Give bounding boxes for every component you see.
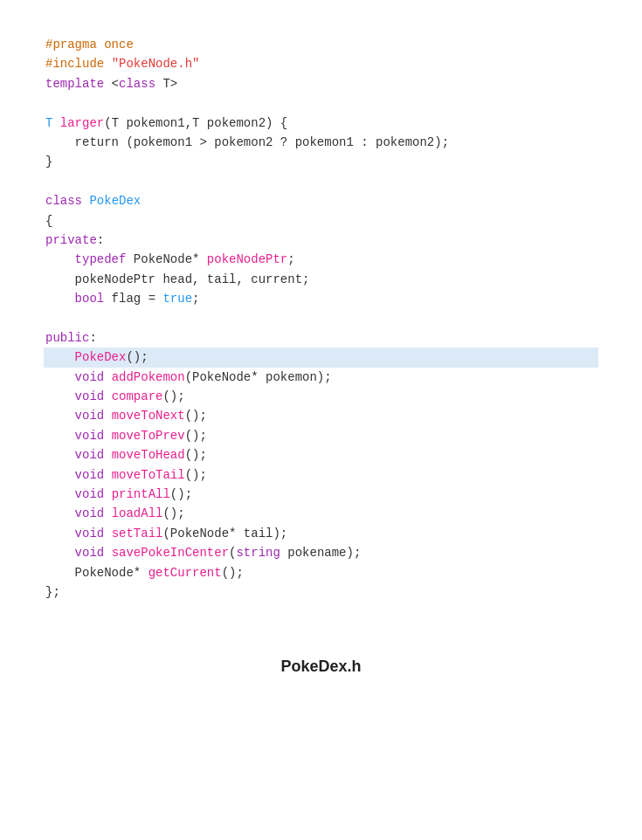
code-token [45,350,75,364]
code-container: #pragma once#include "PokeNode.h"templat… [0,0,642,619]
code-token: PokeNode* [45,566,148,580]
code-line: class PokeDex [44,191,598,210]
code-token: pokeNodePtr [207,252,287,266]
code-token [45,527,75,540]
code-token [104,506,111,520]
code-token: return (pokemon1 > pokemon2 ? pokemon1 :… [45,135,449,149]
code-token: (); [126,350,148,364]
code-token: } [45,155,52,169]
code-token: addPokemon [112,370,185,384]
code-token: void [75,409,105,423]
code-token: void [75,429,105,443]
code-token: void [75,389,105,403]
code-token [45,468,75,482]
file-title: PokeDex.h [0,654,642,697]
code-line: return (pokemon1 > pokemon2 ? pokemon1 :… [44,133,598,152]
code-line: void setTail(PokeNode* tail); [44,524,598,543]
code-line: pokeNodePtr head, tail, current; [44,270,598,289]
code-token: void [75,468,105,482]
code-token: void [75,546,105,560]
code-token: (); [162,389,184,403]
code-line: }; [44,582,598,602]
code-token [104,468,111,482]
code-line-empty [44,308,598,327]
code-token [45,506,75,520]
code-line: } [44,152,598,171]
code-line: { [44,211,598,231]
code-token: moveToHead [112,448,185,462]
code-line: void moveToPrev(); [44,426,598,445]
code-token: bool [75,292,105,306]
code-token: setTail [112,527,163,540]
code-token: { [45,214,52,228]
code-line: T larger(T pokemon1,T pokemon2) { [44,114,598,133]
code-token: class [119,77,155,91]
code-token: (); [170,487,192,501]
code-token: getCurrent [148,566,222,580]
code-token: pokename); [280,546,361,560]
code-token: (T pokemon1,T pokemon2) { [104,116,287,130]
code-token: ; [192,292,199,306]
code-token: class [45,194,82,208]
code-token: printAll [112,487,170,501]
code-line: template <class T> [44,74,598,93]
code-token [104,409,111,423]
code-token [45,448,75,462]
code-token: : [89,331,96,345]
code-token: savePokeInCenter [112,546,229,560]
code-token [45,429,75,443]
code-token [104,448,111,462]
code-token: PokeNode* [126,252,206,266]
code-token: ; [287,252,294,266]
code-line: void addPokemon(PokeNode* pokemon); [44,368,598,387]
code-token [52,116,59,130]
code-token: (); [185,468,207,482]
code-token: (); [185,429,207,443]
code-line: PokeNode* getCurrent(); [44,563,598,582]
code-token: public [45,331,89,345]
code-token: moveToNext [112,409,185,423]
code-token [45,252,75,266]
code-line: typedef PokeNode* pokeNodePtr; [44,250,598,269]
code-token: #pragma once [45,38,134,52]
code-token: : [97,233,104,247]
code-token: PokeDex [75,350,127,364]
code-token: void [75,370,105,384]
code-line-empty [44,93,598,113]
code-token: void [75,448,105,462]
code-token: (); [222,566,244,580]
code-token: (PokeNode* tail); [162,527,287,540]
code-token: true [162,292,192,306]
code-token [104,389,111,403]
code-token: < [104,77,119,91]
code-token [45,546,75,560]
code-token: pokeNodePtr head, tail, current; [45,272,309,286]
code-line: public: [44,328,598,348]
code-token: private [45,233,97,247]
code-line: void moveToTail(); [44,465,598,485]
code-line: void loadAll(); [44,504,598,523]
code-line: bool flag = true; [44,289,598,308]
code-token: T> [155,77,177,91]
code-token [45,487,75,501]
code-token [45,370,75,384]
code-token: (); [185,409,207,423]
code-token: moveToTail [112,468,185,482]
code-token: (); [185,448,207,462]
code-token: void [75,487,105,501]
code-token: loadAll [112,506,163,520]
code-token: }; [45,585,60,599]
code-line: void moveToNext(); [44,406,598,425]
code-token [104,429,111,443]
code-line: #pragma once [44,35,598,54]
code-token [104,527,111,540]
code-token [45,389,75,403]
code-line: void moveToHead(); [44,445,598,465]
code-line: void compare(); [44,387,598,406]
code-line-empty [44,172,598,191]
code-line: PokeDex(); [44,348,598,367]
code-token: flag = [104,292,162,306]
code-line: void printAll(); [44,485,598,504]
code-token: moveToPrev [112,429,185,443]
code-token: PokeDex [89,194,141,208]
